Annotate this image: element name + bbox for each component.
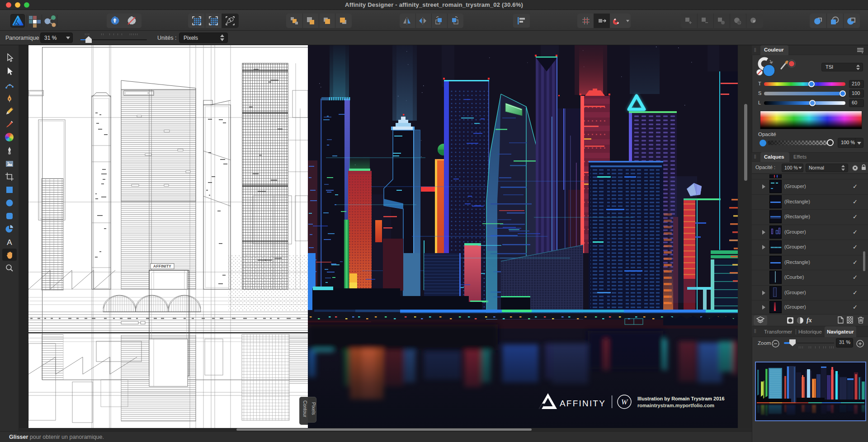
svg-text:W: W	[621, 398, 628, 406]
svg-text:A: A	[7, 238, 12, 247]
svg-text:romaintrystram.myportfolio.com: romaintrystram.myportfolio.com	[637, 403, 714, 408]
svg-text:AFFINITY: AFFINITY	[153, 264, 171, 268]
svg-text:AFFINITY: AFFINITY	[560, 399, 606, 408]
svg-text:Illustration by Romain Trystra: Illustration by Romain Trystram 2016	[637, 396, 725, 401]
